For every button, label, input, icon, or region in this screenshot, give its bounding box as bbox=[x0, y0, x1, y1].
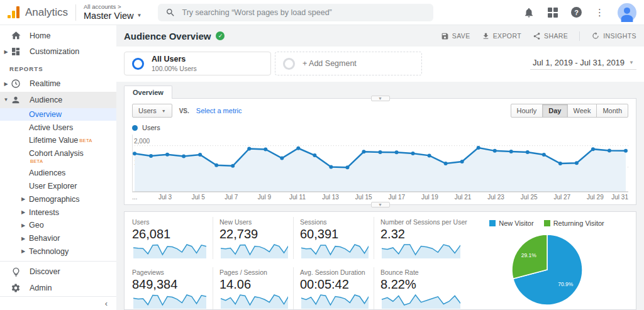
segment-all-users[interactable]: All Users 100.00% Users bbox=[124, 52, 271, 75]
beta-badge: BETA bbox=[79, 138, 92, 143]
sidebar-collapse-toggle[interactable]: ‹ bbox=[0, 296, 116, 310]
x-tick-label: Jul 15 bbox=[355, 194, 372, 201]
metric-value: 60,391 bbox=[300, 227, 369, 241]
save-icon bbox=[441, 32, 449, 40]
metric-card-sessions: Sessions 60,391 bbox=[293, 217, 374, 259]
sidebar-item-home[interactable]: Home bbox=[0, 28, 116, 44]
metric-value: 26,081 bbox=[132, 227, 208, 241]
sidebar-item-audiences[interactable]: Audiences bbox=[0, 167, 116, 180]
sidebar-item-geo[interactable]: ▶ Geo bbox=[0, 219, 116, 232]
x-tick-label: Jul 7 bbox=[225, 194, 238, 201]
notifications-bell-icon[interactable] bbox=[523, 7, 535, 18]
sidebar-item-audience[interactable]: ▼ Audience bbox=[0, 92, 116, 108]
metric-selector-dropdown[interactable]: Users ▼ bbox=[132, 104, 172, 118]
gear-icon bbox=[9, 283, 22, 293]
apps-grid-icon[interactable] bbox=[548, 8, 558, 18]
product-name: Analytics bbox=[25, 6, 68, 19]
sidebar-item-overview[interactable]: Overview bbox=[0, 108, 116, 121]
x-tick-label: Jul 21 bbox=[455, 194, 472, 201]
add-segment-ring-icon bbox=[283, 58, 295, 70]
metric-label: Sessions bbox=[300, 218, 369, 226]
x-tick-label: Jul 19 bbox=[421, 194, 438, 201]
sidebar-item-technology[interactable]: ▶ Technology bbox=[0, 245, 116, 258]
granularity-month-button[interactable]: Month bbox=[596, 104, 628, 118]
insights-button[interactable]: INSIGHTS bbox=[591, 31, 636, 40]
help-icon[interactable]: ? bbox=[571, 7, 582, 18]
granularity-day-button[interactable]: Day bbox=[542, 104, 567, 118]
visitor-pie-chart[interactable]: 70.9%29.1% bbox=[507, 230, 587, 309]
add-segment-label: + Add Segment bbox=[303, 59, 357, 68]
metric-sparkline bbox=[300, 293, 369, 309]
sidebar-item-lifetime-value[interactable]: Lifetime ValueBETA bbox=[0, 134, 116, 147]
analytics-app: Analytics All accounts > Master View ▼ ?… bbox=[0, 0, 644, 310]
tab-overview[interactable]: Overview bbox=[124, 86, 172, 99]
analytics-home-link[interactable]: Analytics bbox=[5, 6, 70, 19]
x-tick-label: Jul 9 bbox=[258, 194, 271, 201]
sidebar-bottom-section: Discover Admin bbox=[0, 261, 116, 296]
sidebar-item-user-explorer[interactable]: User Explorer bbox=[0, 180, 116, 193]
granularity-hourly-button[interactable]: Hourly bbox=[511, 104, 543, 118]
sidebar-item-active-users[interactable]: Active Users bbox=[0, 121, 116, 134]
insights-icon bbox=[591, 31, 600, 40]
date-range-picker[interactable]: Jul 1, 2019 - Jul 31, 2019 ▼ bbox=[530, 58, 636, 70]
metric-sparkline bbox=[380, 293, 460, 309]
metric-sparkline bbox=[219, 243, 288, 259]
sidebar-item-label: Audiences bbox=[29, 169, 65, 177]
metric-value: 00:05:42 bbox=[300, 277, 369, 292]
sidebar-item-label: User Explorer bbox=[29, 182, 77, 191]
search-input[interactable] bbox=[182, 8, 426, 17]
metric-value: 849,384 bbox=[132, 277, 208, 292]
save-button[interactable]: SAVE bbox=[441, 32, 470, 40]
metric-value: 2.32 bbox=[380, 227, 460, 241]
granularity-switch: Hourly Day Week Month bbox=[511, 104, 628, 118]
metric-label: Users bbox=[132, 218, 208, 226]
metric-label: Avg. Session Duration bbox=[300, 268, 369, 276]
sidebar-item-behavior[interactable]: ▶ Behavior bbox=[0, 232, 116, 245]
account-switcher[interactable]: All accounts > Master View ▼ bbox=[84, 4, 142, 21]
sidebar-item-label: Admin bbox=[30, 284, 52, 292]
metric-card-avg-session-duration: Avg. Session Duration 00:05:42 bbox=[293, 267, 374, 309]
verified-check-icon: ✓ bbox=[216, 31, 225, 40]
accounts-breadcrumb[interactable]: All accounts > bbox=[84, 4, 142, 11]
add-segment-button[interactable]: + Add Segment bbox=[275, 52, 422, 75]
sidebar-item-admin[interactable]: Admin bbox=[0, 280, 116, 296]
metric-sparkline bbox=[300, 243, 369, 259]
segment-strip: All Users 100.00% Users + Add Segment Ju… bbox=[116, 47, 644, 82]
select-metric-link[interactable]: Select a metric bbox=[196, 107, 242, 114]
topbar-icons: ? ⋮ bbox=[523, 3, 638, 22]
sidebar-item-label: Cohort Analysis bbox=[29, 149, 84, 158]
expand-arrow-icon: ▶ bbox=[3, 49, 9, 55]
expand-arrow-icon: ▶ bbox=[3, 81, 9, 87]
sidebar-item-cohort-analysis[interactable]: Cohort Analysis BETA bbox=[0, 147, 116, 167]
chevron-down-icon: ▼ bbox=[629, 60, 634, 65]
expand-handle[interactable]: ▼ bbox=[371, 202, 390, 208]
sidebar: Home ▶ Customization REPORTS ▶ Realtime … bbox=[0, 25, 116, 310]
visitor-type-section: New Visitor Returning Visitor 70.9%29.1% bbox=[465, 217, 628, 309]
x-tick-label: Jul 5 bbox=[192, 194, 205, 201]
search-bar[interactable] bbox=[158, 4, 433, 21]
view-name[interactable]: Master View bbox=[84, 11, 134, 21]
collapse-handle[interactable]: ▼ bbox=[371, 96, 390, 101]
lightbulb-icon bbox=[9, 267, 22, 277]
sidebar-item-demographics[interactable]: ▶ Demographics bbox=[0, 193, 116, 206]
share-button[interactable]: SHARE bbox=[533, 32, 568, 40]
x-tick-label: ... bbox=[132, 194, 137, 201]
more-options-icon[interactable]: ⋮ bbox=[595, 8, 604, 17]
metric-sparkline bbox=[380, 243, 460, 259]
analytics-logo-icon bbox=[8, 6, 19, 18]
metric-sparkline bbox=[132, 243, 208, 259]
avatar[interactable] bbox=[618, 3, 636, 22]
sidebar-item-interests[interactable]: ▶ Interests bbox=[0, 206, 116, 219]
metric-cards: Users 26,081 New Users 22,739 Sessions 6… bbox=[132, 217, 465, 309]
chart-panel: ▼ Users ▼ VS. Select a metric Hourly Day… bbox=[124, 98, 636, 205]
granularity-week-button[interactable]: Week bbox=[567, 104, 597, 118]
sidebar-item-discover[interactable]: Discover bbox=[0, 263, 116, 280]
users-line-chart[interactable]: 1,0002,000 bbox=[132, 135, 628, 192]
topbar: Analytics All accounts > Master View ▼ ?… bbox=[0, 0, 644, 25]
expand-arrow-icon: ▶ bbox=[21, 209, 29, 215]
metric-card-bounce-rate: Bounce Rate 8.22% bbox=[374, 267, 465, 309]
export-button[interactable]: EXPORT bbox=[482, 32, 521, 40]
sidebar-item-realtime[interactable]: ▶ Realtime bbox=[0, 75, 116, 92]
sidebar-item-label: Lifetime Value bbox=[29, 136, 78, 145]
sidebar-item-customization[interactable]: ▶ Customization bbox=[0, 44, 116, 60]
